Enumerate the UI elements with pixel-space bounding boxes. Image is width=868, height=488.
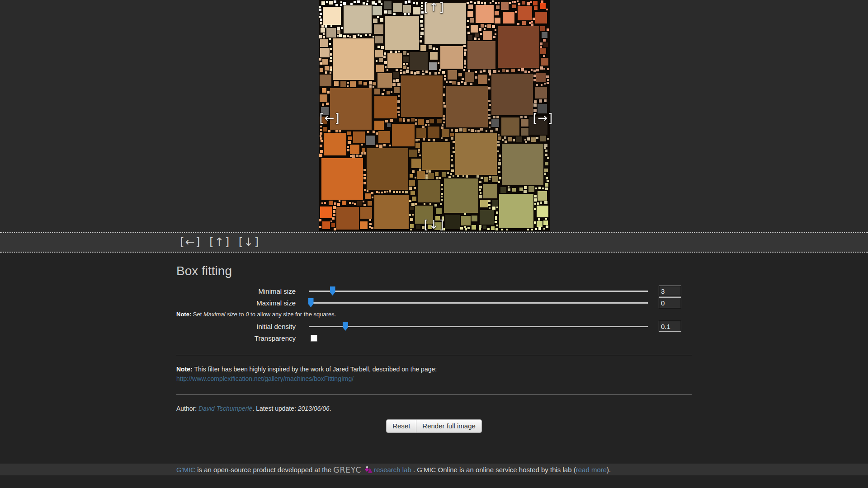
preview-scroll-left-button[interactable]: [←] [320,112,340,124]
slider-track[interactable] [309,291,648,292]
maximal-size-label: Maximal size [176,299,296,307]
note-bold: Note: [176,366,193,373]
preview-scroll-down-button[interactable]: [↓] [424,219,444,230]
box-fitting-preview-image [319,0,550,231]
minimal-size-value-input[interactable] [659,286,681,296]
nav-down-button[interactable]: [↓] [239,236,259,248]
preview-nav-bar: [←] [↑] [↓] [0,232,868,253]
greyc-logo-text: GREYC [333,465,361,474]
maximal-size-slider[interactable] [309,297,648,309]
filter-description-note: Note: This filter has been highly inspir… [176,365,692,384]
preview-scroll-up-button[interactable]: [↑] [424,1,444,13]
preview-image-wrap: [↑] [↓] [←] [→] [319,0,550,231]
param-row-minimal-size: Minimal size [176,285,692,297]
param-row-initial-density: Initial density [176,320,692,332]
maximal-size-value-input[interactable] [659,297,681,308]
param-row-transparency: Transparency [176,332,692,344]
filter-panel: Box fitting Minimal size Maximal size No… [0,263,868,464]
initial-density-slider-handle[interactable] [343,322,348,331]
initial-density-label: Initial density [176,323,296,330]
minimal-size-label: Minimal size [176,287,296,295]
note-bold: Note: [176,311,191,318]
read-more-link[interactable]: read more [576,466,607,474]
filter-title: Box fitting [176,263,692,279]
author-link[interactable]: David Tschumperlé [198,405,252,412]
param-row-maximal-size: Maximal size [176,297,692,309]
complexification-link[interactable]: http://www.complexification.net/gallery/… [176,375,354,382]
preview-band: [↑] [↓] [←] [→] [0,0,868,232]
separator [176,394,692,395]
footer-bar: G'MIC is an open-source product developp… [0,464,868,475]
minimal-size-slider[interactable] [309,285,648,297]
maximal-size-note: Note: Set Maximal size to 0 to allow any… [176,309,692,320]
slider-track[interactable] [309,326,648,327]
action-buttons: ResetRender full image [176,419,692,433]
nav-left-button[interactable]: [←] [180,236,201,248]
gmic-link[interactable]: G'MIC [176,466,195,474]
minimal-size-slider-handle[interactable] [330,286,335,296]
preview-scroll-right-button[interactable]: [→] [533,112,553,124]
last-update-date: 2013/06/06 [298,405,330,412]
maximal-size-slider-handle[interactable] [308,298,314,307]
transparency-checkbox[interactable] [311,335,317,342]
initial-density-value-input[interactable] [659,321,681,332]
research-lab-link[interactable]: research lab [374,466,411,474]
nav-up-button[interactable]: [↑] [209,236,230,248]
greyc-logo-icon [362,465,373,474]
slider-track[interactable] [309,302,648,304]
render-full-image-button[interactable]: Render full image [416,419,482,433]
initial-density-slider[interactable] [309,320,648,332]
reset-button[interactable]: Reset [386,419,416,433]
separator [176,355,692,355]
author-line: Author: David Tschumperlé. Latest update… [176,405,692,412]
transparency-label: Transparency [176,334,296,342]
